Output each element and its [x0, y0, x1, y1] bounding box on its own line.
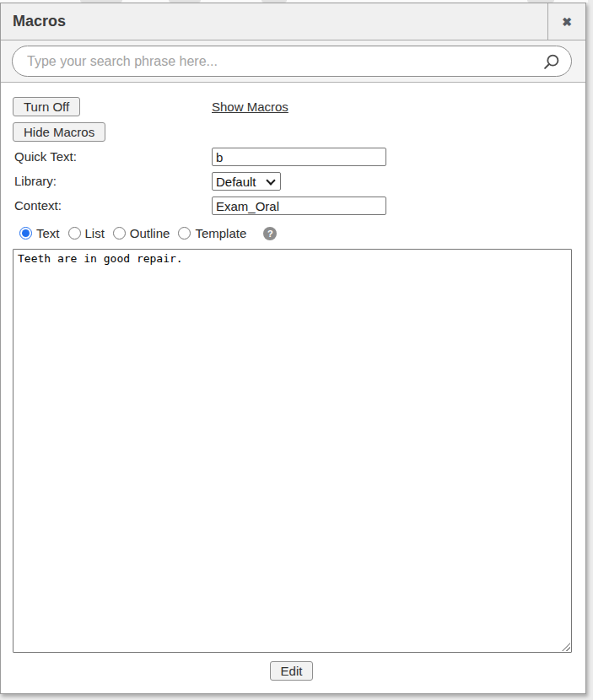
- edit-button[interactable]: Edit: [270, 661, 314, 681]
- quick-text-label: Quick Text:: [13, 149, 77, 164]
- dialog-content: Turn Off Show Macros Hide Macros Quick T…: [1, 83, 585, 681]
- mode-label-list: List: [85, 226, 105, 240]
- mode-radio-outline[interactable]: [113, 227, 126, 240]
- macro-content-textarea[interactable]: Teeth are in good repair.: [13, 249, 572, 653]
- context-row: Context:: [13, 197, 570, 215]
- help-icon[interactable]: ?: [263, 227, 277, 240]
- context-label: Context:: [13, 198, 62, 213]
- search-icon[interactable]: [542, 52, 561, 71]
- mode-label-text: Text: [36, 226, 60, 240]
- macro-editor-wrap: Teeth are in good repair.: [13, 249, 572, 653]
- search-bar: [12, 46, 572, 77]
- mode-option-template[interactable]: Template: [178, 226, 246, 240]
- show-macros-link[interactable]: Show Macros: [212, 100, 288, 114]
- toolbar-row-2: Hide Macros: [13, 122, 570, 142]
- macros-dialog: Macros ✖ Turn Off Show Macros Hide Macro…: [0, 3, 586, 694]
- library-select[interactable]: Default: [212, 172, 281, 191]
- mode-label-template: Template: [195, 226, 246, 240]
- close-button[interactable]: ✖: [547, 3, 585, 40]
- library-select-wrap: Default: [212, 172, 281, 191]
- dialog-footer: Edit: [13, 661, 570, 681]
- mode-radio-template[interactable]: [178, 227, 191, 240]
- quick-text-row: Quick Text:: [13, 148, 570, 166]
- context-input[interactable]: [212, 197, 386, 215]
- close-icon: ✖: [562, 15, 572, 29]
- mode-selector-row: Text List Outline Template ?: [19, 226, 570, 240]
- mode-radio-text[interactable]: [19, 227, 32, 240]
- mode-option-text[interactable]: Text: [19, 226, 60, 240]
- dialog-title: Macros: [1, 3, 547, 40]
- hide-macros-button[interactable]: Hide Macros: [13, 122, 105, 142]
- search-input[interactable]: [27, 54, 542, 69]
- dialog-titlebar: Macros ✖: [1, 3, 585, 40]
- help-icon-glyph: ?: [267, 229, 273, 239]
- mode-radio-list[interactable]: [68, 227, 81, 240]
- library-label: Library:: [13, 174, 57, 188]
- quick-text-input[interactable]: [212, 148, 386, 166]
- search-section: [1, 40, 585, 83]
- mode-label-outline: Outline: [130, 226, 170, 240]
- turn-off-button[interactable]: Turn Off: [13, 97, 80, 116]
- library-row: Library: Default: [13, 172, 570, 191]
- mode-option-outline[interactable]: Outline: [113, 226, 170, 240]
- toolbar-row-1: Turn Off Show Macros: [13, 97, 570, 116]
- mode-option-list[interactable]: List: [68, 226, 105, 240]
